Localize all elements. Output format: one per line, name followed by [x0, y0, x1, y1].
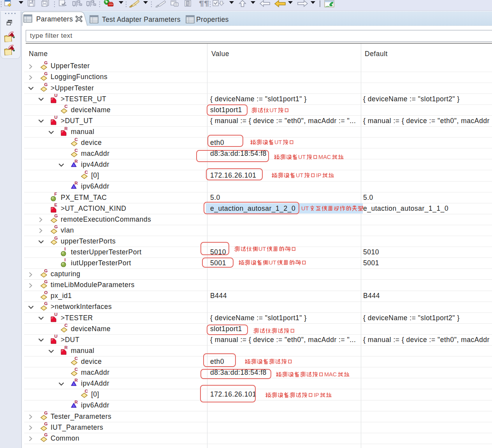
svg-text:UT: UT — [270, 107, 277, 113]
svg-text:UT: UT — [301, 205, 309, 212]
svg-text:MAC: MAC — [318, 154, 331, 160]
svg-text:UT: UT — [274, 139, 282, 145]
svg-text:UT: UT — [269, 259, 276, 266]
svg-text:UT: UT — [258, 246, 266, 252]
svg-text:UT: UT — [298, 154, 306, 160]
svg-text:IP: IP — [314, 392, 319, 398]
svg-text:MAC: MAC — [324, 371, 337, 377]
svg-text:UT: UT — [296, 172, 303, 178]
svg-text:IP: IP — [316, 172, 322, 178]
